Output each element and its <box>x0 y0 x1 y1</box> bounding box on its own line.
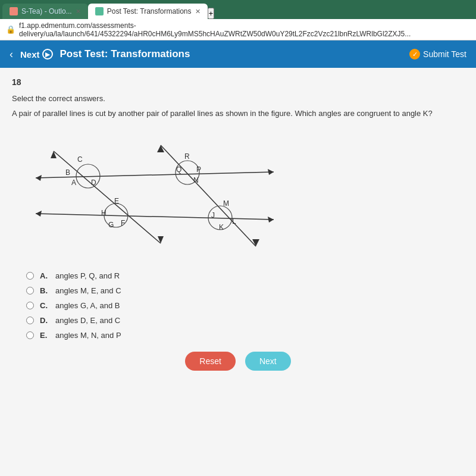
radio-b[interactable] <box>26 287 34 295</box>
svg-marker-7 <box>51 151 57 158</box>
browser-tabs: S-Tea) - Outlo... ✕ Post Test: Transform… <box>0 0 476 19</box>
choice-a[interactable]: A. angles P, Q, and R <box>26 271 464 280</box>
diagram-container: C B A D R Q N P E H G F M J K L <box>24 127 464 261</box>
label-g: G <box>108 221 114 229</box>
radio-e[interactable] <box>26 331 34 339</box>
bottom-actions: Reset Next <box>12 352 464 377</box>
label-n: N <box>193 176 199 184</box>
radio-a[interactable] <box>26 272 34 280</box>
label-j: J <box>211 211 215 220</box>
new-tab-button[interactable]: + <box>208 8 215 19</box>
choice-text-b: angles M, E, and C <box>55 286 121 295</box>
tab-transformations[interactable]: Post Test: Transformations ✕ <box>88 4 208 19</box>
svg-marker-1 <box>36 175 42 181</box>
question-number: 18 <box>12 77 464 87</box>
label-f: F <box>121 219 125 227</box>
choice-text-c: angles G, A, and B <box>55 301 120 310</box>
page-title: Post Test: Transformations <box>60 48 403 60</box>
choice-c[interactable]: C. angles G, A, and B <box>26 301 464 310</box>
tab-label-transformations: Post Test: Transformations <box>107 7 192 15</box>
tab-icon-transformations <box>95 7 104 15</box>
tab-icon-outlook <box>10 7 18 15</box>
svg-marker-2 <box>268 169 274 175</box>
tab-label-outlook: S-Tea) - Outlo... <box>21 7 72 15</box>
label-h: H <box>101 209 107 217</box>
chevron-left-button[interactable]: ‹ <box>10 48 13 61</box>
main-content: 18 Select the correct answers. A pair of… <box>0 68 476 476</box>
reset-button[interactable]: Reset <box>185 352 236 371</box>
question-text: A pair of parallel lines is cut by anoth… <box>12 109 464 118</box>
label-m: M <box>223 199 229 208</box>
choice-letter-b: B. <box>40 286 49 295</box>
radio-d[interactable] <box>26 317 34 324</box>
choice-d[interactable]: D. angles D, E, and C <box>26 316 464 325</box>
submit-test-button[interactable]: ✓ Submit Test <box>409 49 466 60</box>
svg-marker-4 <box>36 211 42 217</box>
label-p: P <box>196 165 201 174</box>
label-b: B <box>65 168 70 177</box>
close-tab-transformations[interactable]: ✕ <box>195 8 201 15</box>
svg-line-0 <box>36 172 274 178</box>
answer-choices: A. angles P, Q, and R B. angles M, E, an… <box>26 271 464 340</box>
choice-letter-a: A. <box>40 271 49 280</box>
address-bar: 🔒 f1.app.edmentum.com/assessments-delive… <box>0 19 476 40</box>
radio-c[interactable] <box>26 302 34 309</box>
next-toolbar-button[interactable]: Next ▶ <box>20 49 53 60</box>
lock-icon: 🔒 <box>6 25 15 34</box>
close-tab-outlook[interactable]: ✕ <box>76 8 81 15</box>
svg-marker-11 <box>252 239 259 246</box>
tab-outlook[interactable]: S-Tea) - Outlo... ✕ <box>2 4 88 19</box>
submit-label: Submit Test <box>423 49 466 59</box>
submit-check-icon: ✓ <box>409 49 420 60</box>
choice-letter-c: C. <box>40 301 49 310</box>
svg-line-3 <box>36 214 274 220</box>
label-e: E <box>114 197 119 205</box>
label-c: C <box>77 155 83 164</box>
svg-marker-10 <box>157 145 164 152</box>
next-circle-icon: ▶ <box>42 49 53 60</box>
url-text: f1.app.edmentum.com/assessments-delivery… <box>19 21 470 38</box>
choice-b[interactable]: B. angles M, E, and C <box>26 286 464 295</box>
choice-letter-e: E. <box>40 331 49 340</box>
app-toolbar: ‹ Next ▶ Post Test: Transformations ✓ Su… <box>0 40 476 68</box>
svg-line-9 <box>161 145 256 246</box>
label-k: K <box>219 223 224 231</box>
next-toolbar-label: Next <box>20 49 40 60</box>
geometry-diagram: C B A D R Q N P E H G F M J K L <box>24 127 274 258</box>
label-l: L <box>232 217 236 226</box>
question-instructions: Select the correct answers. <box>12 94 464 103</box>
svg-marker-8 <box>158 236 164 243</box>
choice-text-a: angles P, Q, and R <box>55 271 120 280</box>
svg-marker-5 <box>268 217 274 223</box>
choice-text-e: angles M, N, and P <box>55 331 121 340</box>
label-r: R <box>184 152 190 161</box>
svg-line-6 <box>54 151 161 243</box>
choice-e[interactable]: E. angles M, N, and P <box>26 331 464 340</box>
label-d: D <box>91 178 96 187</box>
choice-letter-d: D. <box>40 316 49 325</box>
next-button[interactable]: Next <box>245 352 291 371</box>
choice-text-d: angles D, E, and C <box>55 316 120 325</box>
label-q: Q <box>176 165 181 174</box>
label-a: A <box>71 178 76 187</box>
